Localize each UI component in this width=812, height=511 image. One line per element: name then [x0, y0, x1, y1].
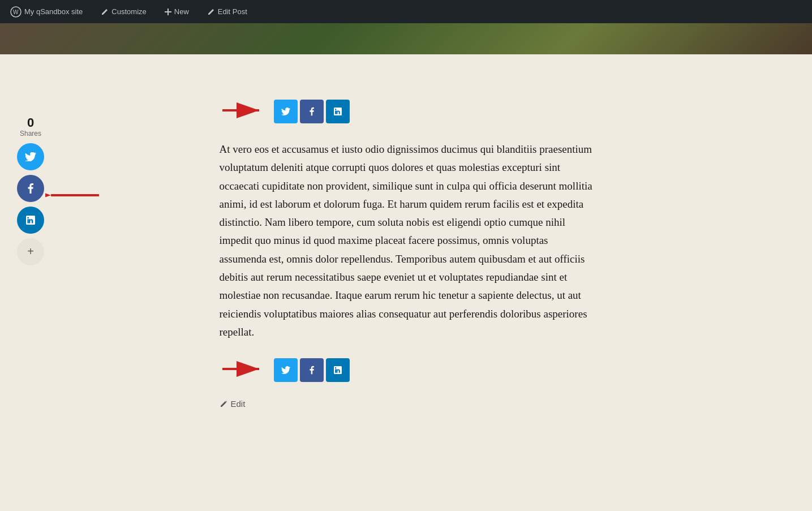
top-linkedin-share-button[interactable]	[326, 100, 350, 123]
admin-bar-site[interactable]: W My qSandbox site	[7, 4, 86, 20]
bottom-arrow-annotation	[220, 361, 265, 379]
bottom-twitter-share-button[interactable]	[274, 358, 298, 382]
bottom-linkedin-share-button[interactable]	[326, 358, 350, 382]
edit-post-label: Edit Post	[218, 7, 247, 16]
linkedin-in-icon	[26, 216, 35, 225]
top-twitter-share-button[interactable]	[274, 100, 298, 123]
top-share-row	[220, 100, 593, 123]
red-arrow-left-sidebar	[45, 187, 102, 203]
wordpress-logo-icon: W	[10, 6, 22, 18]
edit-post-icon	[207, 8, 215, 16]
admin-bar: W My qSandbox site Customize New Edit Po…	[0, 0, 812, 23]
top-facebook-share-button[interactable]	[300, 100, 324, 123]
bottom-share-row	[220, 358, 593, 382]
red-arrow-right-top	[220, 102, 265, 118]
share-count-display: 0 Shares	[20, 117, 41, 139]
sidebar-arrow-annotation	[45, 187, 102, 205]
edit-post-link[interactable]: Edit	[220, 399, 593, 409]
page-content: 0 Shares +	[0, 54, 812, 431]
main-content-area: At vero eos et accusamus et iusto odio d…	[208, 100, 604, 409]
article-body-text: At vero eos et accusamus et iusto odio d…	[220, 140, 593, 341]
site-name-label: My qSandbox site	[24, 7, 83, 16]
red-arrow-right-bottom	[220, 361, 265, 377]
sidebar-linkedin-button[interactable]	[17, 207, 44, 234]
hero-image	[0, 23, 812, 54]
twitter-bird-icon	[25, 152, 36, 161]
facebook-f-icon	[28, 183, 33, 194]
edit-label: Edit	[231, 399, 246, 409]
facebook-icon-bottom	[310, 366, 314, 375]
plus-icon	[165, 8, 171, 15]
edit-post-button[interactable]: Edit Post	[204, 5, 251, 18]
facebook-icon-top	[310, 107, 314, 116]
share-number: 0	[20, 117, 41, 129]
customize-button[interactable]: Customize	[97, 5, 149, 18]
twitter-icon-bottom	[281, 366, 290, 374]
twitter-icon-top	[281, 108, 290, 115]
shares-label: Shares	[20, 129, 41, 139]
sidebar-twitter-button[interactable]	[17, 143, 44, 170]
new-button[interactable]: New	[161, 5, 192, 18]
edit-icon	[220, 400, 227, 408]
svg-text:W: W	[13, 9, 19, 15]
bottom-facebook-share-button[interactable]	[300, 358, 324, 382]
customize-icon	[101, 8, 109, 16]
linkedin-icon-bottom	[334, 366, 342, 374]
sidebar-social-panel: 0 Shares +	[17, 117, 44, 265]
sidebar-more-button[interactable]: +	[17, 238, 44, 265]
linkedin-icon-top	[334, 108, 342, 115]
customize-label: Customize	[111, 7, 146, 16]
top-arrow-annotation	[220, 102, 265, 121]
sidebar-facebook-button[interactable]	[17, 175, 44, 202]
new-label: New	[174, 7, 189, 16]
